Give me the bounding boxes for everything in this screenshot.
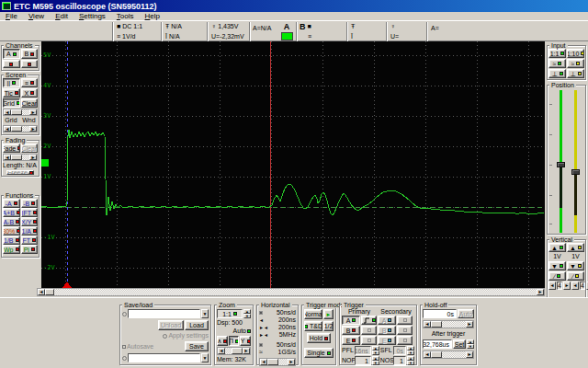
scroll-left-icon[interactable]: ◄	[4, 155, 11, 160]
count-a-increment-icon[interactable]: ►	[563, 282, 571, 290]
scope-waveform-canvas[interactable]: 5V4V3V2V1V-1V-2V	[41, 41, 545, 288]
scroll-right-icon[interactable]: ►	[537, 289, 544, 295]
scroll-left-icon[interactable]: ◄	[424, 321, 431, 328]
scroll-thumb[interactable]	[431, 321, 442, 328]
trigger-secondary-b-button[interactable]: B	[378, 326, 396, 335]
spin-down-icon[interactable]: ▼	[407, 361, 414, 365]
horizontal-scrollbar[interactable]: ◄ ►	[259, 358, 296, 366]
screen-lines-button[interactable]: ≡	[21, 78, 39, 87]
menu-view[interactable]: View	[23, 12, 50, 20]
function-ft-button[interactable]: FT	[21, 236, 39, 245]
input-a-ground-button[interactable]: ⊥	[548, 69, 566, 78]
channel-a-button[interactable]: A	[3, 49, 20, 59]
count-a-decrement-icon[interactable]: ◄	[548, 282, 556, 290]
scroll-left-icon[interactable]: ◄	[4, 126, 11, 132]
screen-grid-button[interactable]: Grid	[3, 98, 20, 108]
function-wp-button[interactable]: Wp	[3, 245, 20, 254]
scroll-thumb[interactable]	[11, 126, 22, 132]
trigger-primary-e-button[interactable]: E	[342, 336, 360, 345]
nos-spinner[interactable]: ▲▼	[407, 356, 414, 365]
channel-b-position-slider[interactable]	[574, 90, 577, 233]
menu-edit[interactable]: Edit	[50, 12, 74, 20]
trigger-hold-button[interactable]: Hold	[307, 333, 331, 343]
trigger-tgd-button[interactable]: T&D	[304, 321, 322, 331]
zoom-ratio-spinner[interactable]: ▲▼	[243, 309, 251, 318]
input-b-coupling-button[interactable]: ≈	[567, 59, 584, 68]
trigger-secondary-b-edge-button[interactable]	[397, 326, 413, 335]
nop-spinner[interactable]: ▲▼	[372, 356, 379, 365]
input-b-ratio-button[interactable]: 1:10	[567, 49, 584, 58]
freeze-button[interactable]: Freeze	[6, 170, 34, 175]
scroll-thumb[interactable]	[11, 155, 22, 160]
vertical-a-up-button[interactable]: ▲	[548, 243, 566, 252]
sfl-field[interactable]: 0s	[393, 346, 406, 355]
spin-down-icon[interactable]: ▼	[467, 344, 474, 349]
input-a-coupling-button[interactable]: ≈	[548, 59, 566, 68]
settings-combobox[interactable]	[128, 309, 200, 318]
trigger-primary-e-edge-button[interactable]	[361, 336, 377, 345]
spin-down-icon[interactable]: ▼	[407, 351, 414, 355]
screen-clear-button[interactable]: Clear	[21, 98, 39, 108]
input-a-ratio-button[interactable]: 1:1	[548, 49, 566, 58]
menu-help[interactable]: Help	[140, 12, 165, 20]
function-a-plus-b-button[interactable]: A+B	[3, 208, 20, 217]
zoom-auto-label[interactable]: Auto	[233, 328, 246, 335]
window-brightness-scrollbar[interactable]: ◄ ►	[3, 125, 38, 132]
scroll-right-icon[interactable]: ►	[29, 109, 37, 115]
channel-b-invert-button[interactable]	[21, 60, 39, 68]
after-trigger-set-button[interactable]: Set	[453, 339, 466, 349]
zoom-mode-2-button[interactable]: Π	[229, 336, 240, 346]
zoom-mode-1-button[interactable]: ∧	[217, 336, 228, 346]
scroll-thumb[interactable]	[431, 351, 442, 358]
trigger-run-button[interactable]: ►	[323, 309, 334, 319]
scroll-right-icon[interactable]: ►	[29, 155, 37, 160]
scroll-left-icon[interactable]: ◄	[38, 289, 45, 295]
load-button[interactable]: Load	[185, 320, 209, 330]
fading-clear-button[interactable]: Clear	[21, 144, 39, 153]
spin-down-icon[interactable]: ▼	[372, 361, 379, 365]
screen-tic-button[interactable]: Tic	[3, 88, 20, 98]
spin-down-icon[interactable]: ▼	[372, 351, 379, 355]
scroll-right-icon[interactable]: ►	[243, 348, 250, 354]
channel-a-position-slider[interactable]	[560, 90, 562, 233]
menu-file[interactable]: File	[0, 12, 23, 20]
scroll-thumb[interactable]	[232, 348, 243, 354]
channel-a-invert-button[interactable]	[3, 60, 20, 68]
unload-button[interactable]: Unload	[158, 320, 184, 330]
save-button[interactable]: Save	[185, 341, 209, 351]
vertical-b-slope-button[interactable]: ∕	[567, 271, 584, 281]
combo-dropdown-icon[interactable]: ▼	[201, 309, 209, 318]
pfl-spinner[interactable]: ▲▼	[372, 346, 379, 355]
screen-run-pause-button[interactable]: ||	[3, 78, 20, 87]
scroll-right-icon[interactable]: ►	[466, 321, 473, 328]
scroll-left-icon[interactable]: ◄	[218, 348, 225, 354]
function-80pct-button[interactable]: 80%	[3, 226, 20, 236]
after-trigger-spinner[interactable]: ▲▼	[467, 339, 474, 349]
vertical-a-slope-button[interactable]: ∕	[548, 271, 566, 281]
function-minus-b-button[interactable]: -B	[21, 199, 39, 208]
trigger-primary-a-edge-button[interactable]	[361, 316, 377, 325]
scroll-thumb[interactable]	[267, 359, 278, 365]
function-inv-b-button[interactable]: 1/B	[3, 236, 20, 245]
scroll-left-icon[interactable]: ◄	[4, 109, 11, 115]
function-pi-button[interactable]: Pi	[21, 245, 39, 254]
sfl-spinner[interactable]: ▲▼	[407, 346, 414, 355]
function-a-minus-b-button[interactable]: A-B	[3, 217, 20, 226]
menu-settings[interactable]: Settings	[74, 12, 111, 20]
menu-tools[interactable]: Tools	[111, 12, 140, 20]
scroll-left-icon[interactable]: ◄	[424, 351, 431, 358]
scroll-left-icon[interactable]: ◄	[260, 359, 267, 365]
fade-button[interactable]: Fade	[3, 144, 20, 153]
hold-off-field[interactable]: 0s	[423, 309, 457, 318]
trigger-primary-b-edge-button[interactable]	[361, 326, 377, 335]
scroll-right-icon[interactable]: ►	[288, 359, 295, 365]
scope-horizontal-scrollbar[interactable]: ◄ ►	[37, 288, 545, 296]
pfl-field[interactable]: 16ns	[355, 346, 371, 355]
scroll-thumb[interactable]	[45, 289, 54, 295]
channel-a-position-handle[interactable]	[557, 162, 565, 167]
trigger-secondary-a-edge-button[interactable]	[397, 316, 413, 325]
trigger-normal-button[interactable]: Normal	[304, 309, 322, 319]
autosave-checkbox[interactable]	[122, 345, 126, 349]
after-trigger-field[interactable]: 32,768us	[423, 339, 452, 349]
channel-a-indicator[interactable]: A	[279, 22, 294, 41]
